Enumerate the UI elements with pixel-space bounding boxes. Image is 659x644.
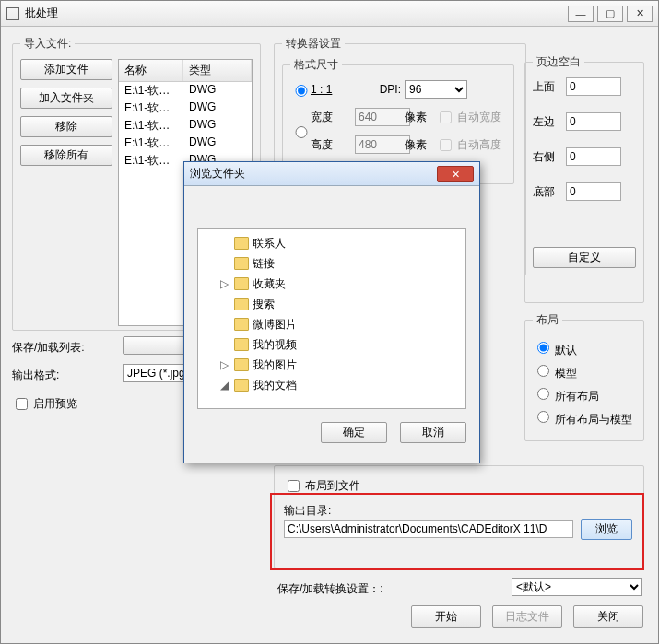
folder-icon xyxy=(234,338,249,351)
margin-top-input[interactable] xyxy=(566,77,621,96)
folder-icon xyxy=(234,379,249,392)
table-row[interactable]: E:\1-软文...DWG xyxy=(119,117,252,135)
size-custom-radio[interactable] xyxy=(295,126,308,138)
tree-node[interactable]: 搜索 xyxy=(200,294,464,314)
expand-icon[interactable]: ▷ xyxy=(220,277,229,290)
import-legend: 导入文件: xyxy=(20,36,75,52)
enable-preview-checkbox[interactable]: 启用预览 xyxy=(12,395,77,413)
save-settings-select[interactable]: <默认> xyxy=(512,578,642,596)
app-icon xyxy=(6,7,19,20)
margin-bottom-input[interactable] xyxy=(566,182,621,201)
col-name-header[interactable]: 名称 xyxy=(119,60,183,81)
browse-folder-dialog: 浏览文件夹 ✕ 联系人链接▷收藏夹搜索微博图片我的视频▷我的图片◢我的文档 确定… xyxy=(183,161,480,463)
layout-all-radio[interactable]: 所有布局 xyxy=(533,385,636,404)
save-list-label: 保存/加载列表: xyxy=(12,340,85,356)
start-button[interactable]: 开始 xyxy=(411,605,481,628)
auto-width-checkbox[interactable]: 自动宽度 xyxy=(436,109,506,126)
dpi-select[interactable]: 96 xyxy=(405,80,467,99)
folder-icon xyxy=(234,277,249,290)
ratio-1-1-radio[interactable] xyxy=(295,85,308,97)
dialog-title: 浏览文件夹 xyxy=(190,166,437,181)
remove-all-button[interactable]: 移除所有 xyxy=(20,145,112,166)
tree-node[interactable]: ▷我的图片 xyxy=(200,355,464,375)
folder-tree[interactable]: 联系人链接▷收藏夹搜索微博图片我的视频▷我的图片◢我的文档 xyxy=(197,228,466,409)
output-format-label: 输出格式: xyxy=(12,368,59,383)
close-button[interactable]: ✕ xyxy=(627,6,653,22)
folder-icon xyxy=(234,318,249,331)
auto-height-checkbox[interactable]: 自动高度 xyxy=(436,136,506,154)
layout-default-radio[interactable]: 默认 xyxy=(533,339,636,358)
tree-node[interactable]: 链接 xyxy=(200,253,464,274)
width-input[interactable] xyxy=(355,108,410,126)
margin-left-input[interactable] xyxy=(566,112,621,131)
height-input[interactable] xyxy=(355,135,410,154)
tree-node[interactable]: ◢我的文档 xyxy=(200,375,464,395)
table-row[interactable]: E:\1-软文...DWG xyxy=(119,100,252,117)
layout-group: 布局 默认 模型 所有布局 所有布局与模型 xyxy=(524,312,644,441)
tree-node[interactable]: 我的视频 xyxy=(200,334,464,355)
titlebar: 批处理 — ▢ ✕ xyxy=(1,1,658,27)
custom-margins-button[interactable]: 自定义 xyxy=(533,247,636,268)
col-type-header[interactable]: 类型 xyxy=(183,60,252,81)
layout-all-model-radio[interactable]: 所有布局与模型 xyxy=(533,408,636,427)
expand-icon[interactable]: ◢ xyxy=(220,379,229,392)
tree-node[interactable]: ▷收藏夹 xyxy=(200,274,464,294)
minimize-button[interactable]: — xyxy=(568,6,594,22)
add-folder-button[interactable]: 加入文件夹 xyxy=(20,88,112,109)
dialog-cancel-button[interactable]: 取消 xyxy=(400,422,466,443)
folder-icon xyxy=(234,298,249,310)
main-window: 批处理 — ▢ ✕ 导入文件: 添加文件 加入文件夹 移除 移除所有 名称 类 xyxy=(0,0,659,644)
margins-group: 页边空白 上面 左边 右侧 底部 自定义 xyxy=(524,54,644,303)
highlight-box xyxy=(270,493,644,570)
add-file-button[interactable]: 添加文件 xyxy=(20,59,112,80)
close-bottom-button[interactable]: 关闭 xyxy=(573,605,643,628)
remove-button[interactable]: 移除 xyxy=(20,116,112,137)
dialog-close-button[interactable]: ✕ xyxy=(437,166,474,182)
maximize-button[interactable]: ▢ xyxy=(597,6,623,22)
save-settings-label: 保存/加载转换设置：: xyxy=(277,581,383,597)
layout-model-radio[interactable]: 模型 xyxy=(533,362,636,381)
table-row[interactable]: E:\1-软文...DWG xyxy=(119,82,252,100)
folder-icon xyxy=(234,237,249,250)
tree-node[interactable]: 微博图片 xyxy=(200,314,464,334)
window-title: 批处理 xyxy=(25,6,568,21)
table-row[interactable]: E:\1-软文...DWG xyxy=(119,135,252,152)
expand-icon[interactable]: ▷ xyxy=(220,358,229,371)
tree-node[interactable]: 联系人 xyxy=(200,233,464,253)
dialog-ok-button[interactable]: 确定 xyxy=(321,422,387,443)
folder-icon xyxy=(234,358,249,371)
margin-right-input[interactable] xyxy=(566,147,621,166)
log-file-button[interactable]: 日志文件 xyxy=(492,605,562,628)
folder-icon xyxy=(234,257,249,270)
